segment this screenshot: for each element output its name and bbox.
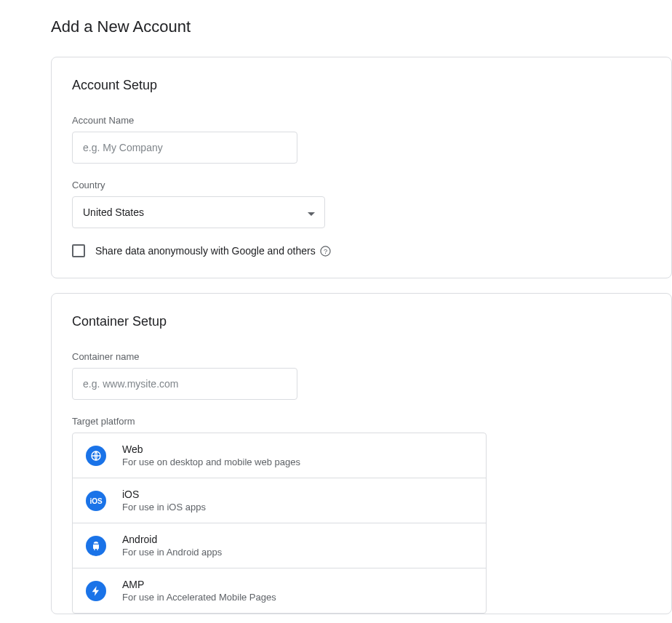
page-title: Add a New Account [51, 17, 672, 36]
container-name-label: Container name [72, 351, 651, 362]
amp-icon [86, 581, 106, 601]
account-name-label: Account Name [72, 115, 651, 126]
svg-text:?: ? [324, 247, 327, 254]
platform-desc: For use on desktop and mobile web pages [122, 457, 300, 467]
platform-name: AMP [122, 579, 276, 590]
platform-name: iOS [122, 489, 206, 500]
account-setup-card: Account Setup Account Name Country Unite… [51, 57, 672, 278]
share-data-checkbox[interactable] [72, 244, 85, 257]
platform-name: Android [122, 534, 222, 545]
share-data-label: Share data anonymously with Google and o… [95, 245, 332, 257]
target-platform-label: Target platform [72, 416, 651, 427]
country-select[interactable]: United States [72, 196, 325, 228]
country-label: Country [72, 180, 651, 190]
country-value: United States [83, 206, 144, 218]
share-data-text: Share data anonymously with Google and o… [95, 245, 316, 257]
svg-text:iOS: iOS [89, 497, 103, 505]
ios-icon: iOS [86, 491, 106, 511]
container-name-input[interactable] [72, 368, 297, 400]
platform-desc: For use in iOS apps [122, 502, 206, 513]
android-icon [86, 536, 106, 556]
platform-item-ios[interactable]: iOS iOS For use in iOS apps [73, 478, 486, 523]
help-icon[interactable]: ? [320, 245, 332, 257]
platform-item-android[interactable]: Android For use in Android apps [73, 523, 486, 568]
web-icon [86, 446, 106, 466]
platform-desc: For use in Android apps [122, 547, 222, 558]
container-setup-title: Container Setup [72, 314, 651, 329]
platform-item-web[interactable]: Web For use on desktop and mobile web pa… [73, 433, 486, 478]
account-setup-title: Account Setup [72, 78, 651, 93]
platform-item-amp[interactable]: AMP For use in Accelerated Mobile Pages [73, 568, 486, 613]
platform-desc: For use in Accelerated Mobile Pages [122, 592, 276, 603]
platform-name: Web [122, 443, 300, 455]
account-name-input[interactable] [72, 132, 297, 164]
platform-list: Web For use on desktop and mobile web pa… [72, 433, 487, 614]
container-setup-card: Container Setup Container name Target pl… [51, 293, 672, 614]
